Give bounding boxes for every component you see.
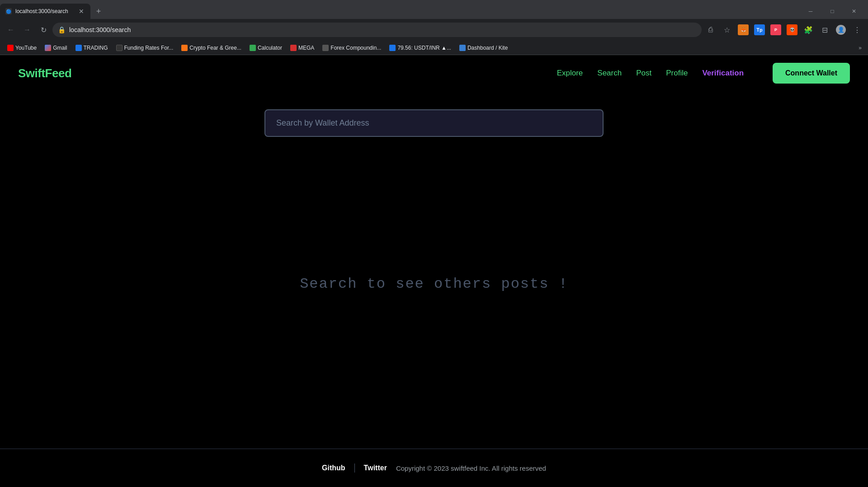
mega-favicon bbox=[290, 45, 297, 51]
funding-favicon bbox=[116, 45, 123, 51]
footer-copyright: Copyright © 2023 swiftfeed Inc. All righ… bbox=[396, 464, 546, 472]
ext-pocket-icon[interactable]: P bbox=[769, 23, 783, 37]
footer-github-link[interactable]: Github bbox=[322, 464, 345, 472]
new-tab-button[interactable]: + bbox=[92, 5, 105, 18]
bookmark-funding[interactable]: Funding Rates For... bbox=[113, 44, 177, 52]
nav-post[interactable]: Post bbox=[636, 69, 651, 78]
bookmark-youtube[interactable]: Explore YouTube bbox=[4, 44, 40, 52]
calc-favicon bbox=[250, 45, 256, 51]
empty-state: Search to see others posts ! bbox=[291, 137, 577, 431]
nav-verification[interactable]: Verification bbox=[702, 69, 744, 78]
search-input-wrapper bbox=[264, 109, 604, 137]
search-page: Search to see others posts ! bbox=[0, 91, 868, 449]
bookmark-mega[interactable]: MEGA bbox=[287, 44, 318, 52]
minimize-button[interactable]: ─ bbox=[800, 4, 821, 19]
navbar: SwiftFeed Explore Search Post Profile Ve… bbox=[0, 55, 868, 91]
window-controls: ─ □ ✕ bbox=[800, 4, 868, 19]
bookmark-forex[interactable]: Forex Compoundin... bbox=[319, 44, 385, 52]
reload-button[interactable]: ↻ bbox=[36, 23, 51, 37]
footer: Github Twitter Copyright © 2023 swiftfee… bbox=[0, 449, 868, 487]
search-wallet-input[interactable] bbox=[264, 109, 604, 137]
tab-close-button[interactable]: ✕ bbox=[78, 8, 85, 15]
nav-search[interactable]: Search bbox=[597, 69, 622, 78]
url-text: localhost:3000/search bbox=[69, 26, 696, 33]
forex-favicon bbox=[322, 45, 329, 51]
ext-sidebar-icon[interactable]: ⊟ bbox=[817, 23, 832, 37]
profile-icon[interactable]: 👤 bbox=[834, 23, 848, 37]
ext-puzzle-icon[interactable]: 🧩 bbox=[801, 23, 816, 37]
active-tab[interactable]: 🔵 localhost:3000/search ✕ bbox=[0, 4, 90, 19]
tab-title: localhost:3000/search bbox=[15, 8, 74, 14]
ext-metamask-icon[interactable]: 🦊 bbox=[736, 23, 750, 37]
bookmarks-more-button[interactable]: » bbox=[856, 44, 864, 52]
youtube-favicon bbox=[7, 45, 14, 51]
security-icon: 🔒 bbox=[58, 26, 66, 33]
footer-twitter-link[interactable]: Twitter bbox=[364, 464, 387, 472]
empty-state-text: Search to see others posts ! bbox=[300, 276, 568, 292]
browser-toolbar: ← → ↻ 🔒 localhost:3000/search ⎙ ☆ 🦊 Tp P… bbox=[0, 19, 868, 41]
forward-button[interactable]: → bbox=[20, 23, 34, 37]
browser-chrome: 🔵 localhost:3000/search ✕ + ─ □ ✕ ← → ↻ … bbox=[0, 0, 868, 55]
usdt-favicon bbox=[389, 45, 396, 51]
bookmark-gmail[interactable]: Gmail bbox=[41, 44, 71, 52]
share-icon[interactable]: ⎙ bbox=[703, 23, 718, 37]
bookmark-kite[interactable]: Dashboard / Kite bbox=[456, 44, 511, 52]
nav-profile[interactable]: Profile bbox=[666, 69, 688, 78]
ext-tp-icon[interactable]: Tp bbox=[752, 23, 767, 37]
kite-favicon bbox=[459, 45, 466, 51]
bookmark-usdt[interactable]: 79.56: USDT/INR ▲... bbox=[386, 44, 455, 52]
address-bar[interactable]: 🔒 localhost:3000/search bbox=[52, 23, 702, 37]
footer-divider bbox=[354, 464, 355, 473]
more-options-icon[interactable]: ⋮ bbox=[850, 23, 864, 37]
gmail-favicon bbox=[45, 45, 51, 51]
bookmark-trading[interactable]: TRADING bbox=[72, 44, 112, 52]
tab-bar: 🔵 localhost:3000/search ✕ + ─ □ ✕ bbox=[0, 0, 868, 19]
bookmark-star-icon[interactable]: ☆ bbox=[720, 23, 734, 37]
ext-reddit-icon[interactable]: 👽 bbox=[785, 23, 799, 37]
tab-favicon: 🔵 bbox=[5, 8, 12, 14]
nav-explore[interactable]: Explore bbox=[557, 69, 583, 78]
back-button[interactable]: ← bbox=[4, 23, 18, 37]
bookmark-crypto[interactable]: Crypto Fear & Gree... bbox=[178, 44, 245, 52]
close-button[interactable]: ✕ bbox=[844, 4, 864, 19]
trading-favicon bbox=[75, 45, 82, 51]
bookmark-calculator[interactable]: Calculator bbox=[246, 44, 286, 52]
bookmarks-bar: Explore YouTube Gmail TRADING Funding Ra… bbox=[0, 41, 868, 55]
connect-wallet-button[interactable]: Connect Wallet bbox=[773, 63, 850, 84]
nav-links: Explore Search Post Profile Verification… bbox=[557, 63, 850, 84]
brand-logo[interactable]: SwiftFeed bbox=[18, 66, 71, 80]
crypto-favicon bbox=[181, 45, 188, 51]
maximize-button[interactable]: □ bbox=[822, 4, 843, 19]
app-wrapper: SwiftFeed Explore Search Post Profile Ve… bbox=[0, 55, 868, 487]
toolbar-actions: ⎙ ☆ 🦊 Tp P 👽 🧩 ⊟ 👤 ⋮ bbox=[703, 23, 864, 37]
